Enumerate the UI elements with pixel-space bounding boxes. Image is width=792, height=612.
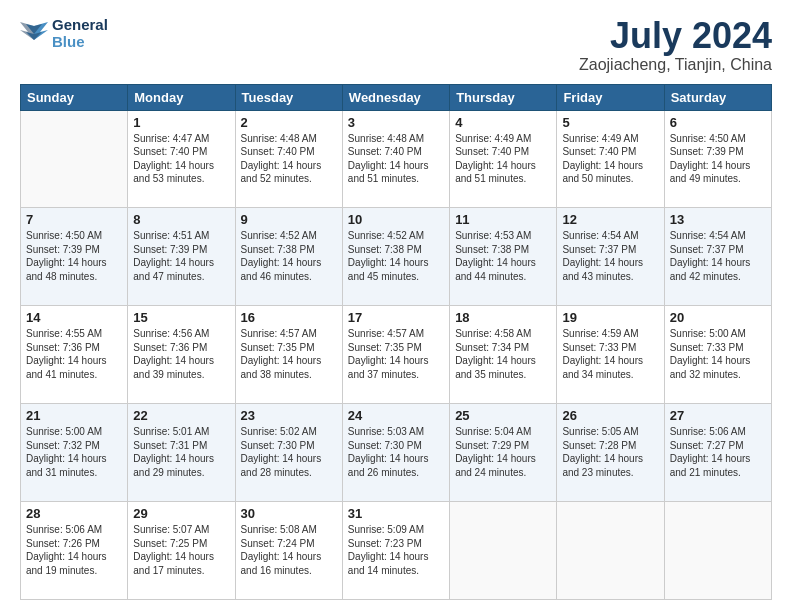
cell-info: Sunrise: 5:08 AMSunset: 7:24 PMDaylight:… [241,523,337,577]
table-row: 14Sunrise: 4:55 AMSunset: 7:36 PMDayligh… [21,306,128,404]
logo: General Blue [20,16,108,51]
daylight-text: Daylight: 14 hours [133,160,214,171]
daylight-cont: and 47 minutes. [133,271,204,282]
table-row [450,502,557,600]
day-number: 9 [241,212,337,227]
daylight-cont: and 51 minutes. [455,173,526,184]
sunrise-text: Sunrise: 4:58 AM [455,328,531,339]
day-number: 27 [670,408,766,423]
col-thursday: Thursday [450,84,557,110]
sunrise-text: Sunrise: 5:04 AM [455,426,531,437]
sunrise-text: Sunrise: 4:54 AM [562,230,638,241]
table-row: 25Sunrise: 5:04 AMSunset: 7:29 PMDayligh… [450,404,557,502]
location: Zaojiacheng, Tianjin, China [579,56,772,74]
sunset-text: Sunset: 7:39 PM [133,244,207,255]
cell-info: Sunrise: 4:47 AMSunset: 7:40 PMDaylight:… [133,132,229,186]
sunset-text: Sunset: 7:27 PM [670,440,744,451]
sunrise-text: Sunrise: 4:57 AM [241,328,317,339]
table-row: 7Sunrise: 4:50 AMSunset: 7:39 PMDaylight… [21,208,128,306]
table-row: 9Sunrise: 4:52 AMSunset: 7:38 PMDaylight… [235,208,342,306]
header: General Blue July 2024 Zaojiacheng, Tian… [20,16,772,74]
daylight-text: Daylight: 14 hours [562,355,643,366]
sunrise-text: Sunrise: 4:48 AM [241,133,317,144]
daylight-text: Daylight: 14 hours [670,355,751,366]
cell-info: Sunrise: 4:49 AMSunset: 7:40 PMDaylight:… [562,132,658,186]
day-number: 5 [562,115,658,130]
day-number: 30 [241,506,337,521]
day-number: 25 [455,408,551,423]
table-row: 22Sunrise: 5:01 AMSunset: 7:31 PMDayligh… [128,404,235,502]
sunset-text: Sunset: 7:33 PM [670,342,744,353]
daylight-text: Daylight: 14 hours [241,257,322,268]
sunrise-text: Sunrise: 5:00 AM [26,426,102,437]
daylight-text: Daylight: 14 hours [133,453,214,464]
daylight-text: Daylight: 14 hours [348,453,429,464]
cell-info: Sunrise: 4:50 AMSunset: 7:39 PMDaylight:… [26,229,122,283]
daylight-cont: and 35 minutes. [455,369,526,380]
daylight-cont: and 53 minutes. [133,173,204,184]
sunset-text: Sunset: 7:38 PM [348,244,422,255]
day-number: 19 [562,310,658,325]
sunrise-text: Sunrise: 4:52 AM [241,230,317,241]
col-friday: Friday [557,84,664,110]
daylight-cont: and 29 minutes. [133,467,204,478]
day-number: 14 [26,310,122,325]
day-number: 28 [26,506,122,521]
daylight-text: Daylight: 14 hours [26,257,107,268]
calendar-week-row: 21Sunrise: 5:00 AMSunset: 7:32 PMDayligh… [21,404,772,502]
page: General Blue July 2024 Zaojiacheng, Tian… [0,0,792,612]
calendar-header-row: Sunday Monday Tuesday Wednesday Thursday… [21,84,772,110]
sunrise-text: Sunrise: 4:54 AM [670,230,746,241]
daylight-cont: and 26 minutes. [348,467,419,478]
daylight-text: Daylight: 14 hours [562,453,643,464]
day-number: 26 [562,408,658,423]
cell-info: Sunrise: 4:58 AMSunset: 7:34 PMDaylight:… [455,327,551,381]
table-row: 26Sunrise: 5:05 AMSunset: 7:28 PMDayligh… [557,404,664,502]
sunrise-text: Sunrise: 4:47 AM [133,133,209,144]
table-row: 30Sunrise: 5:08 AMSunset: 7:24 PMDayligh… [235,502,342,600]
title-block: July 2024 Zaojiacheng, Tianjin, China [579,16,772,74]
cell-info: Sunrise: 4:57 AMSunset: 7:35 PMDaylight:… [348,327,444,381]
sunrise-text: Sunrise: 5:02 AM [241,426,317,437]
day-number: 6 [670,115,766,130]
daylight-text: Daylight: 14 hours [670,453,751,464]
sunrise-text: Sunrise: 5:07 AM [133,524,209,535]
sunset-text: Sunset: 7:40 PM [455,146,529,157]
sunset-text: Sunset: 7:35 PM [241,342,315,353]
sunset-text: Sunset: 7:40 PM [348,146,422,157]
sunset-text: Sunset: 7:26 PM [26,538,100,549]
sunset-text: Sunset: 7:31 PM [133,440,207,451]
cell-info: Sunrise: 4:55 AMSunset: 7:36 PMDaylight:… [26,327,122,381]
daylight-text: Daylight: 14 hours [348,257,429,268]
daylight-text: Daylight: 14 hours [133,257,214,268]
daylight-text: Daylight: 14 hours [241,453,322,464]
cell-info: Sunrise: 5:05 AMSunset: 7:28 PMDaylight:… [562,425,658,479]
sunset-text: Sunset: 7:36 PM [26,342,100,353]
day-number: 4 [455,115,551,130]
day-number: 20 [670,310,766,325]
sunset-text: Sunset: 7:38 PM [241,244,315,255]
cell-info: Sunrise: 5:06 AMSunset: 7:27 PMDaylight:… [670,425,766,479]
sunrise-text: Sunrise: 4:53 AM [455,230,531,241]
daylight-cont: and 32 minutes. [670,369,741,380]
sunset-text: Sunset: 7:29 PM [455,440,529,451]
daylight-cont: and 21 minutes. [670,467,741,478]
day-number: 3 [348,115,444,130]
daylight-cont: and 51 minutes. [348,173,419,184]
sunrise-text: Sunrise: 4:49 AM [562,133,638,144]
calendar-week-row: 1Sunrise: 4:47 AMSunset: 7:40 PMDaylight… [21,110,772,208]
table-row: 23Sunrise: 5:02 AMSunset: 7:30 PMDayligh… [235,404,342,502]
sunset-text: Sunset: 7:24 PM [241,538,315,549]
sunrise-text: Sunrise: 4:50 AM [26,230,102,241]
sunset-text: Sunset: 7:40 PM [241,146,315,157]
table-row: 18Sunrise: 4:58 AMSunset: 7:34 PMDayligh… [450,306,557,404]
cell-info: Sunrise: 4:49 AMSunset: 7:40 PMDaylight:… [455,132,551,186]
sunrise-text: Sunrise: 5:09 AM [348,524,424,535]
daylight-text: Daylight: 14 hours [241,551,322,562]
daylight-cont: and 23 minutes. [562,467,633,478]
sunrise-text: Sunrise: 5:06 AM [26,524,102,535]
daylight-text: Daylight: 14 hours [133,551,214,562]
daylight-text: Daylight: 14 hours [26,453,107,464]
sunrise-text: Sunrise: 5:05 AM [562,426,638,437]
sunset-text: Sunset: 7:23 PM [348,538,422,549]
